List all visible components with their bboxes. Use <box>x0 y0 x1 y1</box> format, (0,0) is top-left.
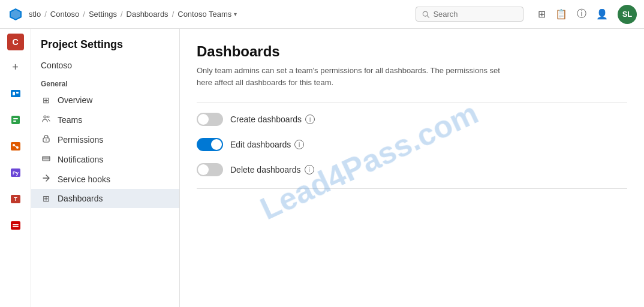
svg-point-20 <box>47 116 49 118</box>
search-icon <box>422 10 429 19</box>
breadcrumb-contoso-teams[interactable]: Contoso Teams <box>177 10 231 19</box>
delete-dashboards-label: Delete dashboards i <box>230 165 314 174</box>
icon-bar-settings[interactable] <box>4 213 28 237</box>
edit-info-icon[interactable]: i <box>294 140 304 149</box>
svg-rect-2 <box>11 90 20 97</box>
avatar[interactable]: SL <box>618 5 637 24</box>
help-icon[interactable]: ⓘ <box>577 8 586 20</box>
python-icon: Py <box>10 167 22 179</box>
delete-info-icon[interactable]: i <box>305 165 314 174</box>
sidebar-label-teams: Teams <box>58 115 82 125</box>
content-description: Only team admins can set a team's permis… <box>197 65 508 88</box>
edit-dashboards-slider <box>197 138 223 151</box>
permissions-icon <box>41 134 52 145</box>
breadcrumb-dashboards[interactable]: Dashboards <box>127 10 168 19</box>
sidebar-label-dashboards: Dashboards <box>58 194 103 203</box>
teams-icon <box>41 115 52 125</box>
settings-icon <box>10 219 22 231</box>
delete-dashboards-toggle[interactable] <box>197 163 223 176</box>
sidebar-label-notifications: Notifications <box>58 155 103 164</box>
search-input[interactable] <box>433 10 517 19</box>
sidebar-label-permissions: Permissions <box>58 135 103 145</box>
svg-rect-4 <box>16 92 19 94</box>
sidebar-label-overview: Overview <box>58 95 92 105</box>
svg-rect-6 <box>13 118 18 119</box>
sidebar-title: Project Settings <box>31 38 179 58</box>
create-info-icon[interactable]: i <box>305 115 315 124</box>
repos-icon <box>10 114 22 126</box>
nav-logo[interactable] <box>7 6 24 23</box>
pipelines-icon <box>10 140 22 152</box>
svg-rect-18 <box>13 226 19 227</box>
divider-top <box>197 103 627 103</box>
service-hooks-icon <box>41 174 52 184</box>
page-title: Dashboards <box>197 43 627 60</box>
icon-bar-project[interactable]: C <box>7 34 24 50</box>
overview-icon: ⊞ <box>41 95 52 105</box>
svg-point-22 <box>46 140 47 141</box>
svg-rect-7 <box>13 121 16 122</box>
sidebar-item-notifications[interactable]: Notifications <box>31 149 179 169</box>
svg-rect-5 <box>11 116 20 124</box>
svg-rect-16 <box>11 221 20 230</box>
icon-bar-pipelines[interactable] <box>4 134 28 158</box>
notifications-icon <box>41 154 52 164</box>
edit-dashboards-toggle[interactable] <box>197 138 223 151</box>
breadcrumb-stlo[interactable]: stlo <box>29 10 41 19</box>
sidebar-org[interactable]: Contoso <box>31 58 179 75</box>
create-dashboards-label: Create dashboards i <box>230 115 315 124</box>
copy-icon[interactable]: 📋 <box>555 8 567 20</box>
sidebar-item-permissions[interactable]: Permissions <box>31 130 179 149</box>
breadcrumb: stlo / Contoso / Settings / Dashboards /… <box>29 10 237 19</box>
boards-icon <box>10 88 22 100</box>
sidebar-item-overview[interactable]: ⊞ Overview <box>31 91 179 110</box>
icon-bar: C + <box>0 29 31 307</box>
main-layout: C + <box>0 29 644 307</box>
toggle-row-create: Create dashboards i <box>197 113 627 126</box>
sidebar-item-dashboards[interactable]: ⊞ Dashboards <box>31 189 179 208</box>
create-dashboards-toggle[interactable] <box>197 113 223 126</box>
icon-bar-repos[interactable] <box>4 108 28 132</box>
svg-text:T: T <box>14 196 17 202</box>
toggle-row-delete: Delete dashboards i <box>197 163 627 176</box>
edit-label-text: Edit dashboards <box>230 140 291 149</box>
sidebar: Project Settings Contoso General ⊞ Overv… <box>31 29 180 307</box>
sidebar-item-service-hooks[interactable]: Service hooks <box>31 169 179 189</box>
delete-label-text: Delete dashboards <box>230 165 301 174</box>
edit-dashboards-label: Edit dashboards i <box>230 140 304 149</box>
svg-rect-17 <box>13 224 19 225</box>
nav-icons: ⊞ 📋 ⓘ 👤 SL <box>538 5 637 24</box>
test-icon: T <box>10 193 22 205</box>
sidebar-label-service-hooks: Service hooks <box>58 174 110 184</box>
icon-bar-test[interactable]: T <box>4 187 28 211</box>
svg-rect-3 <box>13 92 15 95</box>
breadcrumb-settings[interactable]: Settings <box>89 10 117 19</box>
create-label-text: Create dashboards <box>230 115 302 124</box>
sidebar-item-teams[interactable]: Teams <box>31 110 179 130</box>
top-nav: stlo / Contoso / Settings / Dashboards /… <box>0 0 644 29</box>
icon-bar-add[interactable]: + <box>4 55 28 79</box>
dashboards-icon: ⊞ <box>41 194 52 203</box>
toggle-row-edit: Edit dashboards i <box>197 138 627 151</box>
user-icon[interactable]: 👤 <box>596 8 608 20</box>
svg-line-1 <box>427 16 429 17</box>
icon-bar-python[interactable]: Py <box>4 161 28 185</box>
breadcrumb-contoso[interactable]: Contoso <box>50 10 79 19</box>
breadcrumb-chevron-icon: ▾ <box>234 11 237 17</box>
delete-dashboards-slider <box>197 163 223 176</box>
plus-icon: + <box>12 61 19 74</box>
create-dashboards-slider <box>197 113 223 126</box>
sidebar-section-general: General <box>31 75 179 91</box>
svg-point-19 <box>44 116 46 118</box>
grid-icon[interactable]: ⊞ <box>538 8 546 20</box>
content-area: Dashboards Only team admins can set a te… <box>180 29 644 307</box>
divider-bottom <box>197 188 627 189</box>
search-box[interactable] <box>416 7 523 22</box>
svg-text:Py: Py <box>13 170 19 176</box>
icon-bar-boards[interactable] <box>4 82 28 106</box>
